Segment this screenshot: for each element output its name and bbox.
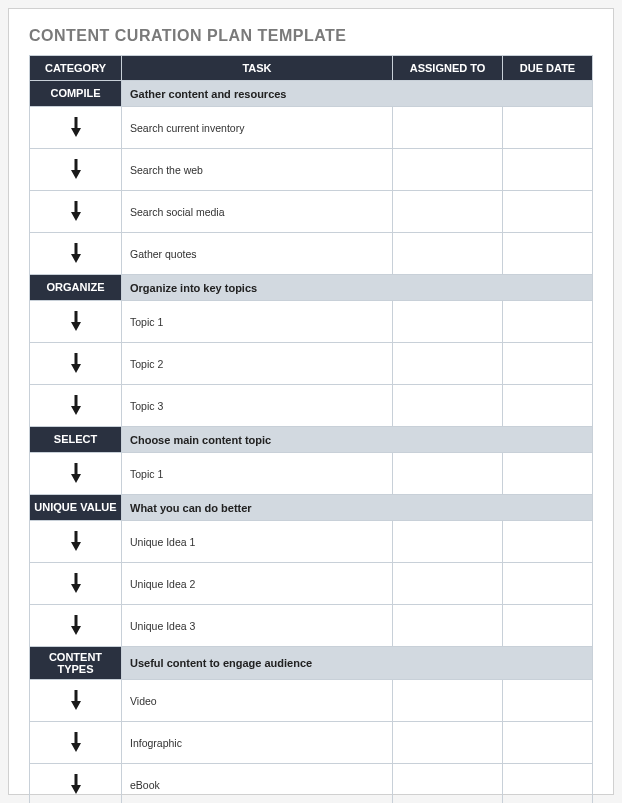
row-icon-cell (30, 233, 122, 275)
arrow-down-icon (68, 394, 84, 416)
section-label: CONTENT TYPES (30, 647, 122, 680)
row-icon-cell (30, 605, 122, 647)
task-cell: Search current inventory (122, 107, 393, 149)
task-cell: Unique Idea 1 (122, 521, 393, 563)
due-cell (503, 605, 593, 647)
assigned-cell (393, 521, 503, 563)
arrow-down-icon (68, 689, 84, 711)
table-row: Unique Idea 2 (30, 563, 593, 605)
section-desc: Useful content to engage audience (122, 647, 593, 680)
row-icon-cell (30, 722, 122, 764)
table-row: Search social media (30, 191, 593, 233)
assigned-cell (393, 453, 503, 495)
task-cell: Search social media (122, 191, 393, 233)
due-cell (503, 233, 593, 275)
task-cell: Gather quotes (122, 233, 393, 275)
task-cell: Unique Idea 2 (122, 563, 393, 605)
section-desc: What you can do better (122, 495, 593, 521)
task-cell: Video (122, 680, 393, 722)
due-cell (503, 521, 593, 563)
section-header: ORGANIZEOrganize into key topics (30, 275, 593, 301)
section-header: COMPILEGather content and resources (30, 81, 593, 107)
task-cell: Topic 2 (122, 343, 393, 385)
arrow-down-icon (68, 200, 84, 222)
assigned-cell (393, 107, 503, 149)
row-icon-cell (30, 301, 122, 343)
due-cell (503, 563, 593, 605)
section-desc: Choose main content topic (122, 427, 593, 453)
arrow-down-icon (68, 572, 84, 594)
task-cell: Topic 3 (122, 385, 393, 427)
table-row: Search current inventory (30, 107, 593, 149)
task-cell: Topic 1 (122, 453, 393, 495)
due-cell (503, 385, 593, 427)
col-assigned: ASSIGNED TO (393, 56, 503, 81)
assigned-cell (393, 191, 503, 233)
arrow-down-icon (68, 116, 84, 138)
row-icon-cell (30, 521, 122, 563)
section-label: SELECT (30, 427, 122, 453)
row-icon-cell (30, 149, 122, 191)
due-cell (503, 680, 593, 722)
section-desc: Organize into key topics (122, 275, 593, 301)
page: CONTENT CURATION PLAN TEMPLATE CATEGORY … (8, 8, 614, 795)
arrow-down-icon (68, 158, 84, 180)
assigned-cell (393, 385, 503, 427)
arrow-down-icon (68, 462, 84, 484)
table-row: Video (30, 680, 593, 722)
arrow-down-icon (68, 530, 84, 552)
assigned-cell (393, 680, 503, 722)
table-row: Topic 1 (30, 453, 593, 495)
table-row: Topic 3 (30, 385, 593, 427)
row-icon-cell (30, 563, 122, 605)
due-cell (503, 149, 593, 191)
row-icon-cell (30, 343, 122, 385)
table-header-row: CATEGORY TASK ASSIGNED TO DUE DATE (30, 56, 593, 81)
task-cell: Search the web (122, 149, 393, 191)
arrow-down-icon (68, 242, 84, 264)
due-cell (503, 764, 593, 803)
assigned-cell (393, 233, 503, 275)
row-icon-cell (30, 191, 122, 233)
table-row: Topic 1 (30, 301, 593, 343)
assigned-cell (393, 764, 503, 803)
row-icon-cell (30, 107, 122, 149)
row-icon-cell (30, 680, 122, 722)
section-label: UNIQUE VALUE (30, 495, 122, 521)
arrow-down-icon (68, 731, 84, 753)
due-cell (503, 722, 593, 764)
table-row: Unique Idea 3 (30, 605, 593, 647)
plan-table: CATEGORY TASK ASSIGNED TO DUE DATE COMPI… (29, 55, 593, 803)
task-cell: Infographic (122, 722, 393, 764)
due-cell (503, 301, 593, 343)
table-row: eBook (30, 764, 593, 803)
section-header: UNIQUE VALUEWhat you can do better (30, 495, 593, 521)
assigned-cell (393, 301, 503, 343)
due-cell (503, 191, 593, 233)
table-row: Gather quotes (30, 233, 593, 275)
assigned-cell (393, 343, 503, 385)
col-task: TASK (122, 56, 393, 81)
section-header: SELECTChoose main content topic (30, 427, 593, 453)
table-row: Unique Idea 1 (30, 521, 593, 563)
task-cell: eBook (122, 764, 393, 803)
due-cell (503, 343, 593, 385)
assigned-cell (393, 563, 503, 605)
due-cell (503, 453, 593, 495)
row-icon-cell (30, 764, 122, 803)
page-title: CONTENT CURATION PLAN TEMPLATE (29, 27, 593, 45)
assigned-cell (393, 149, 503, 191)
task-cell: Unique Idea 3 (122, 605, 393, 647)
section-label: ORGANIZE (30, 275, 122, 301)
task-cell: Topic 1 (122, 301, 393, 343)
table-row: Search the web (30, 149, 593, 191)
arrow-down-icon (68, 773, 84, 795)
section-desc: Gather content and resources (122, 81, 593, 107)
assigned-cell (393, 605, 503, 647)
col-category: CATEGORY (30, 56, 122, 81)
row-icon-cell (30, 385, 122, 427)
section-header: CONTENT TYPESUseful content to engage au… (30, 647, 593, 680)
arrow-down-icon (68, 614, 84, 636)
due-cell (503, 107, 593, 149)
table-row: Infographic (30, 722, 593, 764)
